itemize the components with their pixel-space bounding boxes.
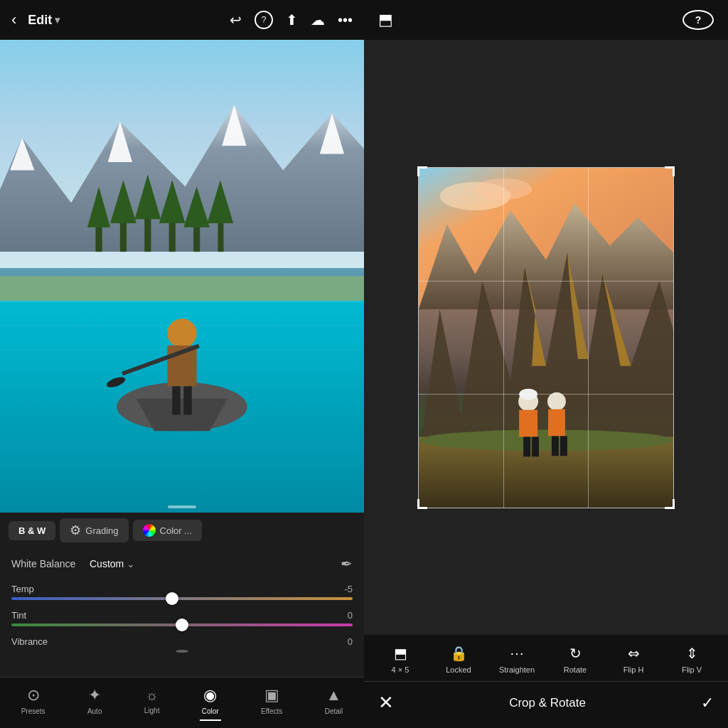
undo-icon[interactable]: ↩ xyxy=(230,11,242,28)
cancel-button[interactable]: ✕ xyxy=(378,692,394,714)
auto-icon: ✦ xyxy=(88,686,101,705)
more-icon[interactable]: ••• xyxy=(338,12,353,28)
svg-rect-19 xyxy=(0,301,364,302)
left-header: ‹ Edit ▾ ↩ ? ⬆ ☁ ••• xyxy=(0,0,364,40)
wb-select[interactable]: Custom ⌄ xyxy=(90,558,135,569)
corner-handle-br[interactable] xyxy=(665,499,675,509)
share-icon[interactable]: ⬆ xyxy=(286,11,298,28)
locked-tool[interactable]: 🔒 Locked xyxy=(437,645,480,674)
right-header: ⬒ ? xyxy=(364,0,728,40)
tool-auto[interactable]: ✦ Auto xyxy=(82,683,108,718)
rotate-icon: ↻ xyxy=(569,645,582,662)
crop-photo-area xyxy=(364,40,728,635)
crop-bottom-bar: ✕ Crop & Rotate ✓ xyxy=(364,681,728,728)
color-wheel-icon xyxy=(143,524,156,537)
locked-label: Locked xyxy=(446,665,471,674)
edit-label: Edit xyxy=(28,13,52,28)
left-bottom: B & W ⚙ Grading Color ... White Balance … xyxy=(0,513,364,728)
svg-rect-44 xyxy=(532,437,539,456)
grading-tab[interactable]: ⚙ Grading xyxy=(60,518,128,542)
tool-detail[interactable]: ▲ Detail xyxy=(319,683,349,718)
aspect-label: 4 × 5 xyxy=(392,665,410,674)
svg-point-40 xyxy=(419,429,673,451)
tool-effects[interactable]: ▣ Effects xyxy=(255,683,288,718)
edit-chevron[interactable]: ▾ xyxy=(55,14,60,26)
svg-rect-47 xyxy=(552,436,559,456)
tint-thumb[interactable] xyxy=(176,619,188,631)
vibrance-value: 0 xyxy=(348,636,353,647)
color-tab-label: Color ... xyxy=(160,525,193,536)
edit-title: Edit ▾ xyxy=(28,13,60,28)
light-icon: ☼ xyxy=(145,687,158,704)
corner-handle-tr[interactable] xyxy=(665,166,675,176)
color-label: Color xyxy=(202,707,219,715)
grading-icon: ⚙ xyxy=(70,523,81,538)
crop-toolbar: ⬒ 4 × 5 🔒 Locked ⋯ Straighten ↻ Rotate ⇔… xyxy=(364,635,728,681)
cloud-icon[interactable]: ☁ xyxy=(311,11,325,28)
fliph-icon: ⇔ xyxy=(628,645,640,662)
svg-rect-50 xyxy=(523,390,533,395)
flipv-tool[interactable]: ⇕ Flip V xyxy=(670,645,713,674)
svg-point-45 xyxy=(547,392,566,410)
temp-label: Temp xyxy=(11,584,34,594)
rotate-label: Rotate xyxy=(564,665,587,674)
straighten-icon: ⋯ xyxy=(510,645,524,662)
straighten-tool[interactable]: ⋯ Straighten xyxy=(496,645,538,674)
temp-track[interactable] xyxy=(11,597,353,600)
light-label: Light xyxy=(144,707,160,714)
svg-point-25 xyxy=(167,318,196,348)
temp-value: -5 xyxy=(344,584,353,594)
lock-icon: 🔒 xyxy=(450,645,468,662)
aspect-icon: ⬒ xyxy=(394,645,407,662)
corner-handle-bl[interactable] xyxy=(417,499,427,509)
help-icon[interactable]: ? xyxy=(255,11,273,29)
temp-slider-row: Temp -5 xyxy=(11,584,353,600)
svg-rect-27 xyxy=(172,386,180,414)
corner-handle-tl[interactable] xyxy=(417,166,427,176)
confirm-button[interactable]: ✓ xyxy=(701,694,714,712)
vibrance-partial xyxy=(11,650,353,664)
header-icons: ↩ ? ⬆ ☁ ••• xyxy=(230,11,353,29)
straighten-label: Straighten xyxy=(499,665,535,674)
svg-rect-46 xyxy=(548,409,565,436)
temp-thumb[interactable] xyxy=(166,592,178,605)
crop-image[interactable] xyxy=(418,167,674,508)
tint-track[interactable] xyxy=(11,623,353,626)
scroll-indicator xyxy=(168,505,196,508)
svg-rect-42 xyxy=(519,410,537,437)
aspect-ratio-tool[interactable]: ⬒ 4 × 5 xyxy=(379,645,422,674)
color-tab[interactable]: Color ... xyxy=(133,520,203,541)
paste-icon[interactable]: ⬒ xyxy=(378,11,393,29)
svg-rect-22 xyxy=(0,277,364,301)
vibrance-slider-row: Vibrance 0 xyxy=(11,636,353,664)
svg-rect-43 xyxy=(523,437,530,456)
rotate-tool[interactable]: ↻ Rotate xyxy=(554,645,596,674)
crop-rotate-title: Crop & Rotate xyxy=(509,696,586,710)
color-icon: ◉ xyxy=(203,686,217,705)
photo-area xyxy=(0,40,364,513)
svg-rect-48 xyxy=(560,436,567,456)
tool-light[interactable]: ☼ Light xyxy=(139,685,166,717)
mountain-scene xyxy=(0,40,364,513)
tool-presets[interactable]: ⊙ Presets xyxy=(16,683,51,718)
flipv-icon: ⇕ xyxy=(686,645,698,662)
temp-label-row: Temp -5 xyxy=(11,584,353,594)
help-circle[interactable]: ? xyxy=(682,10,714,30)
left-panel: ‹ Edit ▾ ↩ ? ⬆ ☁ ••• xyxy=(0,0,364,728)
effects-icon: ▣ xyxy=(264,686,279,705)
grading-label: Grading xyxy=(85,525,118,536)
back-button[interactable]: ‹ xyxy=(11,11,16,29)
fliph-tool[interactable]: ⇔ Flip H xyxy=(612,645,655,674)
bw-tab[interactable]: B & W xyxy=(9,521,55,540)
crop-image-bg xyxy=(419,168,673,508)
tabs-row: B & W ⚙ Grading Color ... xyxy=(0,513,364,548)
tint-slider-row: Tint 0 xyxy=(11,610,353,626)
tint-value: 0 xyxy=(348,610,353,621)
bottom-toolbar: ⊙ Presets ✦ Auto ☼ Light ◉ Color ▣ Effec… xyxy=(0,677,364,728)
wb-value: Custom xyxy=(90,558,124,569)
eyedropper-icon[interactable]: ✒ xyxy=(341,555,353,572)
wb-row: White Balance Custom ⌄ ✒ xyxy=(11,555,353,572)
vibrance-label: Vibrance xyxy=(11,636,48,647)
svg-point-33 xyxy=(475,178,532,199)
tool-color[interactable]: ◉ Color xyxy=(196,683,225,718)
